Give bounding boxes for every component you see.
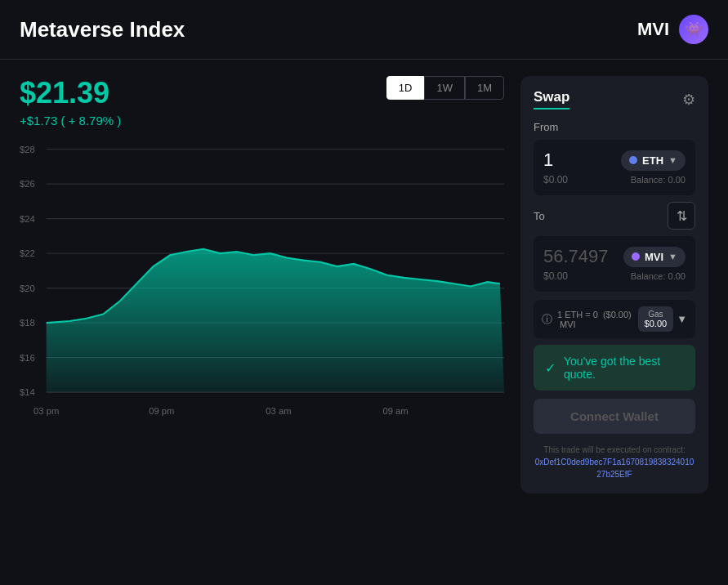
from-label: From xyxy=(534,121,695,133)
price-chart: $28 $26 $24 $22 $20 $18 $16 $14 xyxy=(20,141,504,418)
svg-text:$16: $16 xyxy=(20,353,35,363)
svg-text:09 am: 09 am xyxy=(382,405,408,415)
to-input-row: 56.7497 MVI ▼ xyxy=(543,246,686,267)
left-panel: $21.39 +$1.73 ( + 8.79% ) 1D 1W 1M $28 $… xyxy=(20,76,504,493)
to-usd: $0.00 xyxy=(543,270,568,282)
swap-card: Swap ⚙ From 1 ETH ▼ $0.00 Balance: 0.00 xyxy=(520,76,708,493)
token-icon: 👾 xyxy=(679,15,708,44)
app-header: Metaverse Index MVI 👾 xyxy=(0,0,728,60)
from-token-selector[interactable]: ETH ▼ xyxy=(621,150,686,171)
swap-header: Swap ⚙ xyxy=(534,89,695,109)
svg-text:03 am: 03 am xyxy=(266,405,291,415)
from-token-box: 1 ETH ▼ $0.00 Balance: 0.00 xyxy=(534,140,695,195)
ticker-symbol: MVI xyxy=(637,19,669,40)
svg-text:03 pm: 03 pm xyxy=(33,405,59,415)
svg-text:$28: $28 xyxy=(20,145,35,154)
chart-svg: $28 $26 $24 $22 $20 $18 $16 $14 xyxy=(20,141,504,418)
chart-fill xyxy=(47,249,504,392)
svg-text:$26: $26 xyxy=(20,179,35,189)
gas-control: Gas $0.00 ▼ xyxy=(638,306,687,332)
from-balance: Balance: 0.00 xyxy=(631,175,686,185)
checkmark-icon: ✓ xyxy=(545,360,556,376)
chevron-down-icon-to: ▼ xyxy=(668,252,677,261)
time-btn-1d[interactable]: 1D xyxy=(386,76,425,100)
to-amount: 56.7497 xyxy=(543,246,609,267)
svg-text:$22: $22 xyxy=(20,248,35,258)
header-right: MVI 👾 xyxy=(637,15,708,44)
to-label: To xyxy=(534,210,545,222)
best-quote-banner: ✓ You've got the best quote. xyxy=(534,345,695,391)
to-token-symbol: MVI xyxy=(645,251,663,263)
svg-text:$14: $14 xyxy=(20,387,35,397)
swap-title: Swap xyxy=(534,89,569,109)
svg-text:$18: $18 xyxy=(20,318,35,328)
contract-info: This trade will be executed on contract:… xyxy=(534,444,695,480)
time-btn-1w[interactable]: 1W xyxy=(424,76,465,100)
info-icon: ⓘ xyxy=(542,312,552,327)
connect-wallet-button[interactable]: Connect Wallet xyxy=(534,399,695,434)
settings-button[interactable]: ⚙ xyxy=(682,91,695,109)
gas-button[interactable]: Gas $0.00 xyxy=(638,306,674,332)
from-token-symbol: ETH xyxy=(642,154,663,167)
to-balance: Balance: 0.00 xyxy=(631,271,686,281)
best-quote-text: You've got the best quote. xyxy=(564,355,684,381)
eth-dot-icon xyxy=(629,156,637,164)
from-usd: $0.00 xyxy=(543,174,568,185)
contract-address-link[interactable]: 0xDef1C0ded9bec7F1a167081983832401027b25… xyxy=(535,458,695,479)
app-title: Metaverse Index xyxy=(20,17,185,42)
mvi-dot-icon xyxy=(632,252,640,261)
chart-time-controls: 1D 1W 1M xyxy=(386,76,504,100)
rate-info-row: ⓘ 1 ETH = 0 ($0.00) MVI Gas $0.00 ▼ xyxy=(534,300,695,338)
rate-text: 1 ETH = 0 ($0.00) MVI xyxy=(557,310,633,329)
price-section: $21.39 +$1.73 ( + 8.79% ) 1D 1W 1M xyxy=(20,76,504,127)
from-amount: 1 xyxy=(543,150,553,171)
time-btn-1m[interactable]: 1M xyxy=(465,76,504,100)
price-display: $21.39 xyxy=(20,76,121,110)
to-token-box: 56.7497 MVI ▼ $0.00 Balance: 0.00 xyxy=(534,236,695,292)
svg-text:$24: $24 xyxy=(20,214,35,224)
swap-direction-button[interactable]: ⇅ xyxy=(668,202,695,230)
right-panel: Swap ⚙ From 1 ETH ▼ $0.00 Balance: 0.00 xyxy=(520,76,708,493)
from-input-row: 1 ETH ▼ xyxy=(543,150,686,171)
price-change: +$1.73 ( + 8.79% ) xyxy=(20,114,121,127)
to-token-selector[interactable]: MVI ▼ xyxy=(623,247,686,267)
svg-text:09 pm: 09 pm xyxy=(149,405,174,415)
svg-text:$20: $20 xyxy=(20,284,35,293)
gas-expand-icon[interactable]: ▼ xyxy=(677,313,687,325)
main-content: $21.39 +$1.73 ( + 8.79% ) 1D 1W 1M $28 $… xyxy=(0,60,728,510)
swap-arrow-row: To ⇅ xyxy=(534,202,695,230)
chevron-down-icon: ▼ xyxy=(668,155,677,165)
